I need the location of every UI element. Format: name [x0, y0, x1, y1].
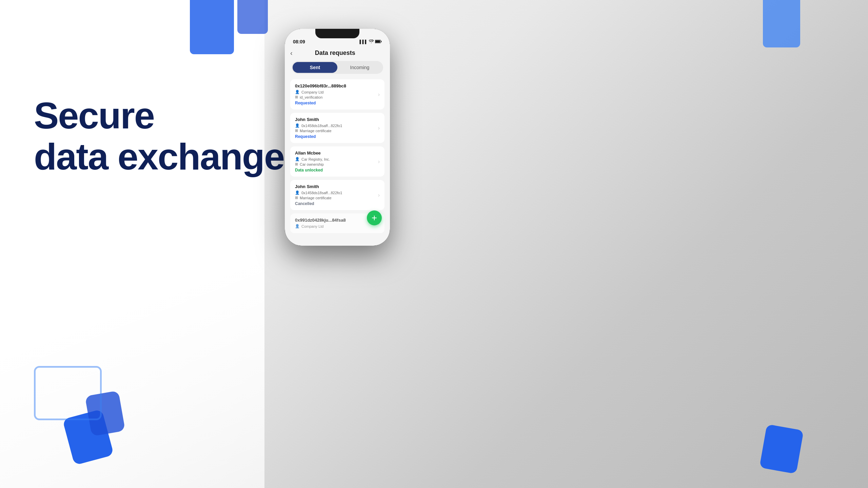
shape-top-1 — [190, 0, 234, 54]
svg-rect-1 — [381, 41, 382, 42]
chevron-icon-4: › — [378, 192, 380, 198]
company-1: Company Ltd — [301, 90, 323, 94]
company-2: 0x1458ds18saff...822fo1 — [301, 124, 342, 128]
phone-mockup: 08:09 ▌▌▌ ‹ Data requests Sent — [285, 29, 390, 246]
request-meta-doc-2: ⊞ Marriage certificate — [295, 128, 375, 133]
doc-icon-1: ⊞ — [295, 95, 298, 99]
company-4: 0x1458ds18saff...822fo1 — [301, 191, 342, 195]
wifi-icon — [369, 40, 374, 44]
fab-add-button[interactable]: + — [367, 210, 382, 225]
doc-4: Marriage certificate — [300, 196, 332, 200]
headline-line2: data exchange — [34, 136, 284, 177]
shape-top-2 — [237, 0, 268, 34]
headline-line1: Secure — [34, 95, 284, 136]
app-title: Data requests — [295, 49, 375, 57]
shape-right-top — [763, 0, 800, 47]
shape-bottom-right — [760, 424, 804, 474]
tab-bar: Sent Incoming — [292, 61, 383, 74]
shape-outline-rect — [34, 366, 102, 420]
back-button[interactable]: ‹ — [290, 49, 293, 57]
request-content-5: 0x991dz0428kju...84fsa8 👤 Company Ltd — [295, 218, 375, 229]
signal-icon: ▌▌▌ — [360, 40, 368, 44]
doc-1: id_verification — [300, 95, 322, 99]
status-time: 08:09 — [293, 39, 305, 44]
request-id-2: John Smith — [295, 117, 375, 122]
company-3: Car Registry, Inc. — [301, 157, 330, 161]
request-meta-company-1: 👤 Company Ltd — [295, 90, 375, 94]
request-id-3: Allan Mcbee — [295, 150, 375, 156]
request-item-4[interactable]: John Smith 👤 0x1458ds18saff...822fo1 ⊞ M… — [290, 180, 384, 210]
request-status-3: Data unlocked — [295, 168, 375, 172]
request-status-4: Cancelled — [295, 201, 375, 206]
chevron-icon-3: › — [378, 159, 380, 165]
request-meta-company-2: 👤 0x1458ds18saff...822fo1 — [295, 123, 375, 128]
chevron-icon-1: › — [378, 92, 380, 98]
app-header: ‹ Data requests — [285, 46, 390, 61]
phone-frame: 08:09 ▌▌▌ ‹ Data requests Sent — [285, 29, 390, 246]
doc-icon-2: ⊞ — [295, 128, 298, 133]
request-meta-doc-3: ⊞ Car ownership — [295, 162, 375, 166]
doc-3: Car ownership — [300, 162, 324, 166]
request-content-2: John Smith 👤 0x1458ds18saff...822fo1 ⊞ M… — [295, 117, 375, 139]
tab-incoming[interactable]: Incoming — [337, 62, 382, 73]
doc-icon-3: ⊞ — [295, 162, 298, 166]
phone-notch — [315, 29, 359, 38]
svg-rect-2 — [375, 40, 380, 43]
request-status-2: Requested — [295, 134, 375, 139]
person-icon-1: 👤 — [295, 90, 300, 94]
status-icons: ▌▌▌ — [360, 40, 382, 44]
request-meta-company-5: 👤 Company Ltd — [295, 224, 375, 228]
request-status-1: Requested — [295, 101, 375, 105]
doc-icon-4: ⊞ — [295, 196, 298, 200]
request-id-4: John Smith — [295, 184, 375, 189]
person-icon-5: 👤 — [295, 224, 300, 228]
request-meta-company-4: 👤 0x1458ds18saff...822fo1 — [295, 190, 375, 195]
headline: Secure data exchange — [34, 95, 284, 177]
request-id-1: 0x120e096bf83r...889bc8 — [295, 83, 375, 88]
request-content-1: 0x120e096bf83r...889bc8 👤 Company Ltd ⊞ … — [295, 83, 375, 105]
doc-2: Marriage certificate — [300, 129, 332, 133]
company-5: Company Ltd — [301, 224, 323, 228]
request-item-2[interactable]: John Smith 👤 0x1458ds18saff...822fo1 ⊞ M… — [290, 113, 384, 143]
request-meta-doc-1: ⊞ id_verification — [295, 95, 375, 99]
person-icon-4: 👤 — [295, 190, 300, 195]
chevron-icon-2: › — [378, 125, 380, 131]
phone-screen: 08:09 ▌▌▌ ‹ Data requests Sent — [285, 29, 390, 246]
request-meta-company-3: 👤 Car Registry, Inc. — [295, 157, 375, 161]
request-item-3[interactable]: Allan Mcbee 👤 Car Registry, Inc. ⊞ Car o… — [290, 146, 384, 177]
person-icon-3: 👤 — [295, 157, 300, 161]
tab-sent[interactable]: Sent — [293, 62, 337, 73]
battery-icon — [375, 40, 382, 44]
request-content-3: Allan Mcbee 👤 Car Registry, Inc. ⊞ Car o… — [295, 150, 375, 172]
person-icon-2: 👤 — [295, 123, 300, 128]
request-item-1[interactable]: 0x120e096bf83r...889bc8 👤 Company Ltd ⊞ … — [290, 79, 384, 109]
request-id-5: 0x991dz0428kju...84fsa8 — [295, 218, 375, 223]
request-content-4: John Smith 👤 0x1458ds18saff...822fo1 ⊞ M… — [295, 184, 375, 206]
request-meta-doc-4: ⊞ Marriage certificate — [295, 196, 375, 200]
